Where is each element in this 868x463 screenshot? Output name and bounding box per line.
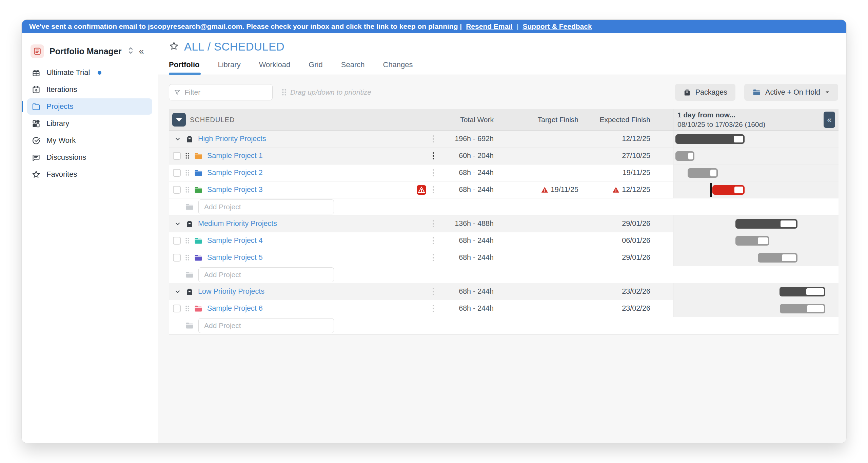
expected-finish-value: 19/11/25 — [578, 165, 650, 181]
row-menu-kebab-icon[interactable] — [427, 283, 440, 300]
group-toggle-label[interactable]: SCHEDULED — [190, 116, 235, 124]
sidebar-collapse-icon[interactable]: « — [139, 46, 144, 57]
tab-library[interactable]: Library — [218, 59, 240, 75]
total-work-value: 136h - 488h — [440, 215, 496, 232]
scope-filter-button[interactable]: Active + On Hold — [744, 84, 838, 101]
filter-input[interactable] — [184, 88, 268, 96]
packages-button[interactable]: Packages — [675, 84, 735, 101]
sidebar: Portfolio Manager « Ultimate TrialIterat… — [22, 33, 158, 443]
tab-changes[interactable]: Changes — [383, 59, 413, 75]
schedule-bar-handle[interactable] — [758, 237, 768, 244]
project-name-link[interactable]: Sample Project 2 — [207, 169, 263, 177]
schedule-bar-handle[interactable] — [807, 305, 824, 312]
workspace-switcher-icon[interactable] — [128, 46, 134, 56]
sidebar-item-ultimate-trial[interactable]: Ultimate Trial — [27, 64, 152, 81]
schedule-bar[interactable] — [712, 185, 745, 195]
drag-grip-icon[interactable] — [185, 187, 190, 193]
total-work-value: 68h - 244h — [440, 232, 496, 249]
row-menu-kebab-icon[interactable] — [427, 215, 440, 232]
row-checkbox[interactable] — [173, 169, 181, 177]
timeline-cell — [673, 249, 839, 266]
sidebar-item-favorites[interactable]: Favorites — [27, 166, 152, 182]
sidebar-item-library[interactable]: Library — [27, 115, 152, 132]
support-feedback-link[interactable]: Support & Feedback — [522, 22, 592, 31]
schedule-bar[interactable] — [780, 287, 825, 296]
drag-grip-icon[interactable] — [185, 305, 190, 312]
row-menu-kebab-icon[interactable] — [427, 165, 440, 181]
tab-search[interactable]: Search — [341, 59, 365, 75]
row-menu-kebab-icon[interactable] — [427, 249, 440, 266]
row-checkbox[interactable] — [173, 186, 181, 194]
target-finish-value — [496, 198, 578, 215]
project-name-link[interactable]: Sample Project 3 — [207, 186, 263, 194]
group-name-link[interactable]: Medium Priority Projects — [198, 219, 277, 228]
sidebar-item-projects[interactable]: Projects — [27, 98, 152, 115]
schedule-bar-handle[interactable] — [782, 254, 796, 261]
project-name-link[interactable]: Sample Project 4 — [207, 236, 263, 245]
target-finish-value — [496, 283, 578, 300]
timeline-cell — [673, 317, 839, 334]
tab-grid[interactable]: Grid — [309, 59, 323, 75]
collapse-timeline-button[interactable]: « — [824, 112, 835, 128]
row-checkbox[interactable] — [173, 254, 181, 262]
group-chevron-icon[interactable] — [174, 288, 181, 295]
sidebar-item-my-work[interactable]: My Work — [27, 132, 152, 149]
row-checkbox[interactable] — [173, 305, 181, 312]
drag-grip-icon[interactable] — [185, 170, 190, 176]
drag-grip-icon[interactable] — [185, 254, 190, 261]
project-name-link[interactable]: Sample Project 6 — [207, 304, 263, 313]
schedule-bar-handle[interactable] — [734, 136, 743, 142]
drag-grip-icon[interactable] — [185, 153, 190, 159]
breadcrumb[interactable]: ALL / SCHEDULED — [184, 40, 284, 53]
tab-workload[interactable]: Workload — [259, 59, 291, 75]
resend-email-link[interactable]: Resend Email — [466, 22, 513, 31]
add-project-input[interactable] — [198, 199, 334, 214]
schedule-bar-handle[interactable] — [710, 170, 716, 176]
column-header-target-finish[interactable]: Target Finish — [496, 116, 578, 124]
schedule-bar-handle[interactable] — [688, 153, 693, 159]
filter-field[interactable] — [169, 84, 273, 100]
risk-alert-badge-icon[interactable] — [416, 185, 427, 195]
row-menu-kebab-icon[interactable] — [427, 300, 440, 317]
package-icon — [683, 89, 691, 96]
schedule-bar-handle[interactable] — [781, 220, 796, 227]
group-name-link[interactable]: High Priority Projects — [198, 135, 266, 143]
schedule-bar[interactable] — [735, 236, 769, 246]
schedule-bar-handle[interactable] — [806, 288, 824, 295]
collapse-group-button[interactable] — [172, 113, 186, 127]
drag-grip-icon[interactable] — [185, 237, 190, 244]
sidebar-item-discussions[interactable]: Discussions — [27, 149, 152, 166]
project-name-link[interactable]: Sample Project 5 — [207, 253, 263, 262]
my-work-check-icon — [31, 136, 41, 145]
schedule-bar[interactable] — [735, 219, 797, 229]
row-menu-kebab-icon[interactable] — [427, 232, 440, 249]
row-checkbox[interactable] — [173, 152, 181, 160]
add-project-input[interactable] — [198, 318, 334, 333]
row-menu-kebab-icon[interactable] — [427, 131, 440, 147]
schedule-bar[interactable] — [780, 304, 825, 313]
column-header-total-work[interactable]: Total Work — [440, 116, 496, 124]
group-chevron-icon[interactable] — [174, 220, 181, 227]
favorite-star-icon[interactable] — [169, 41, 179, 53]
project-name-link[interactable]: Sample Project 1 — [207, 152, 263, 160]
group-name-link[interactable]: Low Priority Projects — [198, 287, 264, 296]
schedule-bar[interactable] — [675, 151, 694, 161]
group-chevron-icon[interactable] — [174, 136, 181, 142]
schedule-bar[interactable] — [758, 253, 798, 263]
schedule-bar-handle[interactable] — [734, 187, 743, 193]
project-folder-icon — [194, 152, 203, 160]
tab-portfolio[interactable]: Portfolio — [169, 59, 199, 75]
sidebar-item-iterations[interactable]: Iterations — [27, 81, 152, 98]
column-header-expected-finish[interactable]: Expected Finish — [578, 116, 650, 124]
row-checkbox[interactable] — [173, 237, 181, 245]
sidebar-item-label: Projects — [46, 102, 73, 111]
schedule-bar[interactable] — [688, 168, 718, 178]
row-menu-kebab-icon[interactable] — [427, 148, 440, 164]
add-project-input[interactable] — [198, 267, 334, 282]
target-finish-value: 19/11/25 — [496, 181, 578, 198]
row-menu-kebab-icon[interactable] — [427, 181, 440, 198]
project-folder-icon — [194, 169, 203, 177]
project-folder-icon — [194, 186, 203, 194]
schedule-bar[interactable] — [675, 134, 745, 144]
target-finish-value — [496, 148, 578, 164]
